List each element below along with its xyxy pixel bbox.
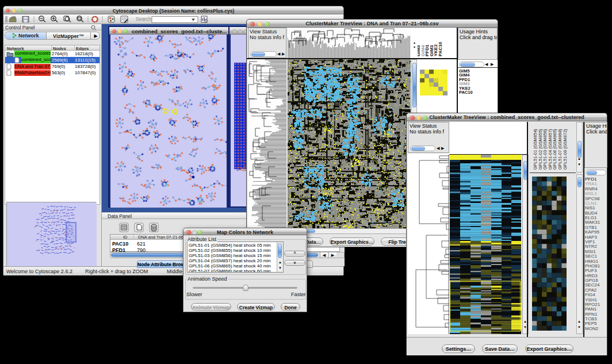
svg-text:GPL51-08 (GSM872): GPL51-08 (GSM872)	[563, 129, 568, 170]
svg-text:PAC10: PAC10	[438, 41, 443, 56]
svg-text:GPL51-01 (GSM854): GPL51-01 (GSM854)	[533, 129, 538, 170]
svg-text:Search:: Search:	[136, 16, 152, 22]
svg-text:GPL51-03 (GSM856): GPL51-03 (GSM856)	[542, 129, 548, 170]
svg-text:GPL51-07 (GSM868): GPL51-07 (GSM868)	[557, 129, 563, 170]
svg-text:GPL51-06 (GSM865): GPL51-06 (GSM865)	[552, 129, 557, 170]
